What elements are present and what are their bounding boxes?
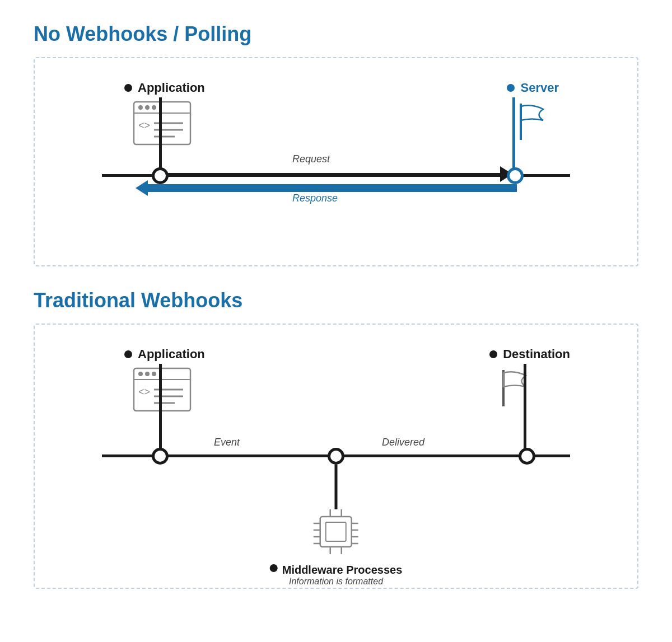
server-dot <box>507 84 515 92</box>
s2-app-browser-icon: <> <box>133 367 192 412</box>
s1-request-arrow <box>166 166 512 182</box>
middleware-sublabel: Information is formatted <box>289 577 383 587</box>
middleware-dot <box>270 564 278 572</box>
diagram2-box: Application <> Destination <box>34 324 638 589</box>
diagram1-box: Application <> Server <box>34 57 638 266</box>
s1-app-label: Application <box>138 81 205 95</box>
section2-title: Traditional Webhooks <box>34 289 638 312</box>
s2-middleware-group: Middleware Processes Information is form… <box>270 507 403 587</box>
s2-app-group: Application <> <box>124 347 205 414</box>
s2-dest-group: Destination <box>489 347 570 411</box>
s1-server-vline <box>512 97 515 179</box>
s2-dest-vline <box>524 364 526 459</box>
server-flag-icon <box>512 101 557 143</box>
s2-middleware-timeline-circle <box>328 448 344 465</box>
svg-point-3 <box>145 105 150 110</box>
s1-app-group: Application <> <box>124 81 205 148</box>
s2-app-dot <box>124 350 132 358</box>
s2-dest-timeline-circle <box>519 448 535 465</box>
section1-title: No Webhooks / Polling <box>34 22 638 46</box>
svg-point-14 <box>152 372 156 376</box>
s2-app-timeline-circle <box>152 448 169 465</box>
app-browser-icon: <> <box>133 101 192 146</box>
svg-text:<>: <> <box>138 386 150 397</box>
s2-event-label: Event <box>214 437 240 448</box>
s2-delivered-label: Delivered <box>382 437 424 448</box>
s1-app-timeline-circle <box>152 167 169 184</box>
s2-dest-dot <box>489 350 497 358</box>
svg-rect-21 <box>326 522 346 541</box>
app-dot <box>124 84 132 92</box>
svg-text:<>: <> <box>138 120 150 131</box>
svg-point-2 <box>138 105 143 110</box>
s2-dest-flag-icon <box>495 367 540 409</box>
s2-middleware-vline <box>335 465 338 509</box>
s1-response-label: Response <box>292 193 338 204</box>
s1-app-vline <box>159 97 162 179</box>
svg-point-12 <box>138 372 143 376</box>
middleware-label: Middleware Processes <box>282 564 403 577</box>
diagram1-layout: Application <> Server <box>68 81 604 237</box>
s1-request-label: Request <box>292 153 330 165</box>
s2-dest-label: Destination <box>503 347 570 362</box>
s2-app-vline <box>159 364 162 459</box>
middleware-chip-icon <box>308 507 364 557</box>
svg-rect-20 <box>320 517 352 547</box>
s1-server-label: Server <box>520 81 559 95</box>
s2-app-label: Application <box>138 347 205 362</box>
s1-server-timeline-circle <box>507 167 524 184</box>
svg-point-4 <box>152 105 156 110</box>
diagram2-layout: Application <> Destination <box>68 347 604 560</box>
svg-point-13 <box>145 372 150 376</box>
